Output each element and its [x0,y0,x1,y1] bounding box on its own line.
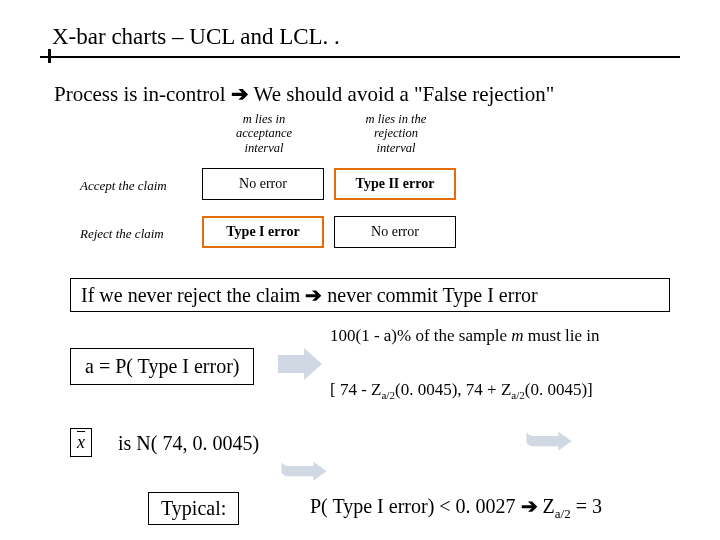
statement-never-reject: If we never reject the claim ➔ never com… [70,278,670,312]
cell-no-error-1: No error [202,168,324,200]
page-title: X-bar charts – UCL and LCL. . [52,24,340,50]
cell-no-error-2: No error [334,216,456,248]
typical-label: Typical: [148,492,239,525]
curved-arrow-icon: ➥ [278,444,330,496]
arrow-right-icon: ➔ [521,495,538,517]
cell-type1: Type I error [202,216,324,248]
curved-arrow-icon: ➥ [523,414,575,466]
row-header-2: Reject the claim [80,226,164,242]
col-header-1: m lies in acceptance interval [219,112,309,155]
row-header-1: Accept the claim [80,178,167,194]
col-header-2: m lies in the rejection interval [351,112,441,155]
arrow-right-icon: ➔ [305,284,322,306]
title-tick [48,49,51,63]
cell-type2: Type II error [334,168,456,200]
subheading: Process is in-control ➔ We should avoid … [54,82,554,107]
typical-inequality: P( Type I error) < 0. 0027 ➔ Za/2 = 3 [310,494,602,522]
subhead-right: We should avoid a "False rejection" [249,82,555,106]
distribution-line: is N( 74, 0. 0045) [118,432,259,455]
x-bar-symbol: x [70,428,92,457]
confidence-interval: [ 74 - Za/2(0. 0045), 74 + Za/2(0. 0045)… [330,380,593,401]
title-underline [40,56,680,58]
arrow-right-icon: ➔ [231,82,249,105]
block-arrow-right-icon [278,348,322,380]
sample-fraction-line: 100(1 - a)% of the sample m must lie in [330,326,600,346]
subhead-left: Process is in-control [54,82,231,106]
alpha-definition: a = P( Type I error) [70,348,254,385]
